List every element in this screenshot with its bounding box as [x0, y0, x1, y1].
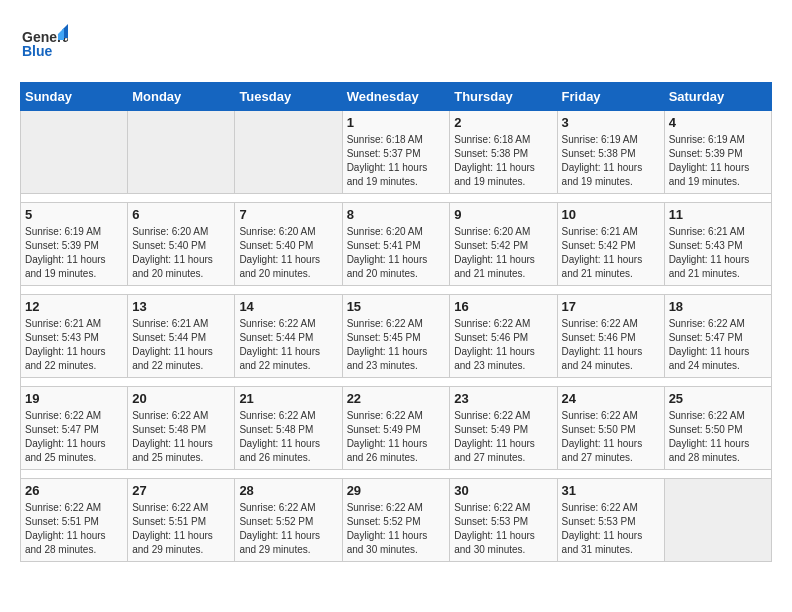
day-number: 1: [347, 115, 446, 130]
calendar-cell: 20Sunrise: 6:22 AM Sunset: 5:48 PM Dayli…: [128, 387, 235, 470]
calendar-cell: [128, 111, 235, 194]
calendar-cell: 18Sunrise: 6:22 AM Sunset: 5:47 PM Dayli…: [664, 295, 771, 378]
calendar-header-monday: Monday: [128, 83, 235, 111]
day-info: Sunrise: 6:20 AM Sunset: 5:42 PM Dayligh…: [454, 225, 552, 281]
day-number: 14: [239, 299, 337, 314]
calendar-cell: 1Sunrise: 6:18 AM Sunset: 5:37 PM Daylig…: [342, 111, 450, 194]
separator-cell: [21, 378, 772, 387]
day-number: 21: [239, 391, 337, 406]
day-info: Sunrise: 6:22 AM Sunset: 5:53 PM Dayligh…: [562, 501, 660, 557]
calendar-cell: 14Sunrise: 6:22 AM Sunset: 5:44 PM Dayli…: [235, 295, 342, 378]
calendar-cell: 4Sunrise: 6:19 AM Sunset: 5:39 PM Daylig…: [664, 111, 771, 194]
calendar-cell: 3Sunrise: 6:19 AM Sunset: 5:38 PM Daylig…: [557, 111, 664, 194]
calendar-cell: 31Sunrise: 6:22 AM Sunset: 5:53 PM Dayli…: [557, 479, 664, 562]
day-info: Sunrise: 6:20 AM Sunset: 5:41 PM Dayligh…: [347, 225, 446, 281]
calendar-week-row: 12Sunrise: 6:21 AM Sunset: 5:43 PM Dayli…: [21, 295, 772, 378]
day-number: 28: [239, 483, 337, 498]
calendar-week-row: 5Sunrise: 6:19 AM Sunset: 5:39 PM Daylig…: [21, 203, 772, 286]
day-info: Sunrise: 6:18 AM Sunset: 5:38 PM Dayligh…: [454, 133, 552, 189]
day-info: Sunrise: 6:22 AM Sunset: 5:44 PM Dayligh…: [239, 317, 337, 373]
day-info: Sunrise: 6:22 AM Sunset: 5:51 PM Dayligh…: [132, 501, 230, 557]
calendar-cell: 16Sunrise: 6:22 AM Sunset: 5:46 PM Dayli…: [450, 295, 557, 378]
separator-cell: [21, 194, 772, 203]
day-info: Sunrise: 6:22 AM Sunset: 5:49 PM Dayligh…: [347, 409, 446, 465]
logo-icon: General Blue: [20, 20, 68, 68]
day-info: Sunrise: 6:22 AM Sunset: 5:46 PM Dayligh…: [562, 317, 660, 373]
day-info: Sunrise: 6:18 AM Sunset: 5:37 PM Dayligh…: [347, 133, 446, 189]
calendar-header-tuesday: Tuesday: [235, 83, 342, 111]
day-number: 29: [347, 483, 446, 498]
header: General Blue: [20, 20, 772, 72]
day-info: Sunrise: 6:22 AM Sunset: 5:46 PM Dayligh…: [454, 317, 552, 373]
day-info: Sunrise: 6:20 AM Sunset: 5:40 PM Dayligh…: [239, 225, 337, 281]
week-separator: [21, 378, 772, 387]
logo: General Blue: [20, 20, 68, 72]
calendar-cell: 8Sunrise: 6:20 AM Sunset: 5:41 PM Daylig…: [342, 203, 450, 286]
day-number: 16: [454, 299, 552, 314]
calendar-cell: 7Sunrise: 6:20 AM Sunset: 5:40 PM Daylig…: [235, 203, 342, 286]
calendar-table: SundayMondayTuesdayWednesdayThursdayFrid…: [20, 82, 772, 562]
day-number: 15: [347, 299, 446, 314]
calendar-cell: 24Sunrise: 6:22 AM Sunset: 5:50 PM Dayli…: [557, 387, 664, 470]
day-info: Sunrise: 6:22 AM Sunset: 5:50 PM Dayligh…: [669, 409, 767, 465]
day-number: 25: [669, 391, 767, 406]
calendar-cell: 12Sunrise: 6:21 AM Sunset: 5:43 PM Dayli…: [21, 295, 128, 378]
day-number: 8: [347, 207, 446, 222]
calendar-cell: 17Sunrise: 6:22 AM Sunset: 5:46 PM Dayli…: [557, 295, 664, 378]
day-number: 20: [132, 391, 230, 406]
day-info: Sunrise: 6:19 AM Sunset: 5:39 PM Dayligh…: [25, 225, 123, 281]
calendar-header-sunday: Sunday: [21, 83, 128, 111]
calendar-header-friday: Friday: [557, 83, 664, 111]
day-number: 19: [25, 391, 123, 406]
calendar-cell: 21Sunrise: 6:22 AM Sunset: 5:48 PM Dayli…: [235, 387, 342, 470]
day-number: 30: [454, 483, 552, 498]
day-info: Sunrise: 6:22 AM Sunset: 5:49 PM Dayligh…: [454, 409, 552, 465]
day-number: 7: [239, 207, 337, 222]
calendar-cell: 2Sunrise: 6:18 AM Sunset: 5:38 PM Daylig…: [450, 111, 557, 194]
calendar-header-saturday: Saturday: [664, 83, 771, 111]
calendar-cell: 26Sunrise: 6:22 AM Sunset: 5:51 PM Dayli…: [21, 479, 128, 562]
day-number: 4: [669, 115, 767, 130]
day-number: 23: [454, 391, 552, 406]
calendar-week-row: 1Sunrise: 6:18 AM Sunset: 5:37 PM Daylig…: [21, 111, 772, 194]
calendar-cell: 29Sunrise: 6:22 AM Sunset: 5:52 PM Dayli…: [342, 479, 450, 562]
calendar-header-row: SundayMondayTuesdayWednesdayThursdayFrid…: [21, 83, 772, 111]
calendar-cell: [664, 479, 771, 562]
day-info: Sunrise: 6:22 AM Sunset: 5:53 PM Dayligh…: [454, 501, 552, 557]
calendar-week-row: 26Sunrise: 6:22 AM Sunset: 5:51 PM Dayli…: [21, 479, 772, 562]
calendar-cell: 10Sunrise: 6:21 AM Sunset: 5:42 PM Dayli…: [557, 203, 664, 286]
day-info: Sunrise: 6:22 AM Sunset: 5:48 PM Dayligh…: [132, 409, 230, 465]
day-number: 3: [562, 115, 660, 130]
day-number: 12: [25, 299, 123, 314]
separator-cell: [21, 470, 772, 479]
calendar-cell: 19Sunrise: 6:22 AM Sunset: 5:47 PM Dayli…: [21, 387, 128, 470]
calendar-cell: 15Sunrise: 6:22 AM Sunset: 5:45 PM Dayli…: [342, 295, 450, 378]
day-number: 13: [132, 299, 230, 314]
calendar-header-wednesday: Wednesday: [342, 83, 450, 111]
calendar-cell: 9Sunrise: 6:20 AM Sunset: 5:42 PM Daylig…: [450, 203, 557, 286]
calendar-cell: 6Sunrise: 6:20 AM Sunset: 5:40 PM Daylig…: [128, 203, 235, 286]
week-separator: [21, 286, 772, 295]
calendar-cell: 23Sunrise: 6:22 AM Sunset: 5:49 PM Dayli…: [450, 387, 557, 470]
calendar-cell: [21, 111, 128, 194]
day-info: Sunrise: 6:21 AM Sunset: 5:44 PM Dayligh…: [132, 317, 230, 373]
day-info: Sunrise: 6:21 AM Sunset: 5:42 PM Dayligh…: [562, 225, 660, 281]
page: General Blue SundayMondayTuesdayWednesda…: [0, 0, 792, 572]
day-number: 9: [454, 207, 552, 222]
separator-cell: [21, 286, 772, 295]
day-info: Sunrise: 6:19 AM Sunset: 5:38 PM Dayligh…: [562, 133, 660, 189]
day-info: Sunrise: 6:22 AM Sunset: 5:50 PM Dayligh…: [562, 409, 660, 465]
day-number: 27: [132, 483, 230, 498]
calendar-cell: 30Sunrise: 6:22 AM Sunset: 5:53 PM Dayli…: [450, 479, 557, 562]
day-number: 17: [562, 299, 660, 314]
calendar-cell: 27Sunrise: 6:22 AM Sunset: 5:51 PM Dayli…: [128, 479, 235, 562]
calendar-cell: 5Sunrise: 6:19 AM Sunset: 5:39 PM Daylig…: [21, 203, 128, 286]
svg-text:Blue: Blue: [22, 43, 53, 59]
day-number: 2: [454, 115, 552, 130]
day-number: 11: [669, 207, 767, 222]
calendar-cell: 22Sunrise: 6:22 AM Sunset: 5:49 PM Dayli…: [342, 387, 450, 470]
week-separator: [21, 194, 772, 203]
calendar-header-thursday: Thursday: [450, 83, 557, 111]
day-info: Sunrise: 6:22 AM Sunset: 5:47 PM Dayligh…: [25, 409, 123, 465]
day-info: Sunrise: 6:22 AM Sunset: 5:45 PM Dayligh…: [347, 317, 446, 373]
